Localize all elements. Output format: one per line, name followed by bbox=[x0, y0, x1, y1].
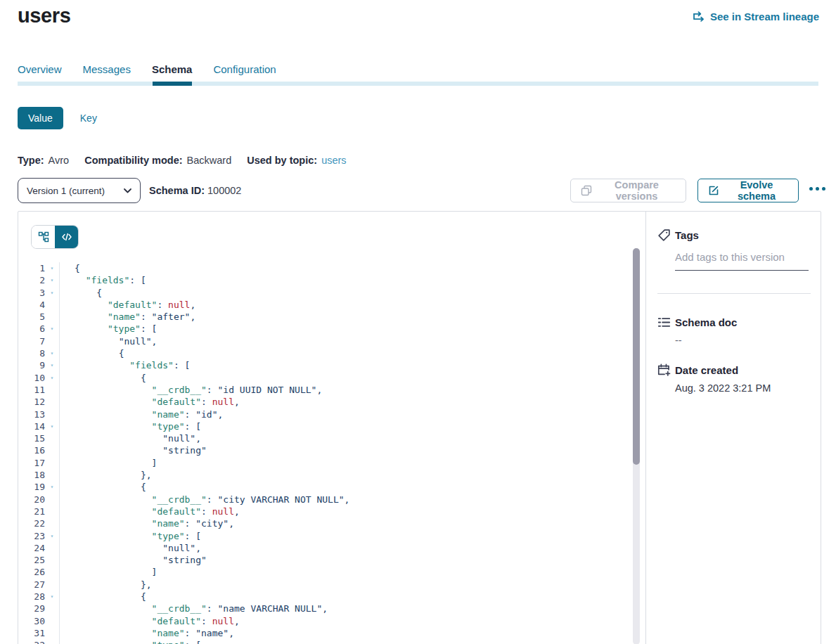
fold-gutter bbox=[45, 457, 60, 469]
line-number: 10 bbox=[18, 372, 45, 384]
calendar-plus-icon bbox=[657, 363, 671, 377]
fold-toggle-icon[interactable]: ▾ bbox=[45, 530, 60, 542]
tree-view-button[interactable] bbox=[32, 226, 55, 248]
code-line: 23▾ "type": [ bbox=[18, 530, 629, 542]
fold-toggle-icon[interactable]: ▾ bbox=[45, 359, 60, 371]
code-line: 16 "string" bbox=[18, 444, 629, 456]
line-number: 28 bbox=[18, 591, 45, 603]
tab-overview[interactable]: Overview bbox=[18, 63, 62, 82]
schema-doc-heading: Schema doc bbox=[675, 316, 737, 328]
tab-messages[interactable]: Messages bbox=[83, 63, 131, 82]
compare-versions-button[interactable]: Compare versions bbox=[570, 179, 686, 202]
tab-underline-track bbox=[18, 82, 818, 86]
fold-toggle-icon[interactable]: ▾ bbox=[45, 372, 60, 384]
schema-sidebar: Tags Schema doc -- Date created bbox=[645, 212, 821, 644]
fold-gutter bbox=[45, 566, 60, 578]
fold-toggle-icon[interactable]: ▾ bbox=[45, 287, 60, 299]
tab-schema[interactable]: Schema bbox=[152, 63, 193, 82]
code-line: 28▾ { bbox=[18, 591, 629, 603]
fold-toggle-icon[interactable]: ▾ bbox=[45, 274, 60, 286]
line-number: 23 bbox=[18, 530, 45, 542]
more-options-button[interactable] bbox=[806, 184, 828, 193]
code-view-icon bbox=[61, 231, 72, 243]
fold-toggle-icon[interactable]: ▾ bbox=[45, 347, 60, 359]
code-line-text: "name": "id", bbox=[60, 408, 223, 420]
type-value: Avro bbox=[49, 155, 70, 166]
evolve-schema-button[interactable]: Evolve schema bbox=[697, 179, 799, 202]
line-number: 19 bbox=[18, 481, 45, 493]
line-number: 18 bbox=[18, 469, 45, 481]
code-line-text: { bbox=[60, 372, 146, 384]
code-line-text: "type": [ bbox=[60, 420, 201, 432]
code-line: 7 "null", bbox=[18, 335, 629, 347]
line-number: 3 bbox=[18, 287, 45, 299]
line-number: 25 bbox=[18, 554, 45, 566]
code-scrollbar-track bbox=[633, 248, 640, 644]
code-line-text: "fields": [ bbox=[60, 359, 190, 371]
view-mode-toggle bbox=[31, 225, 79, 249]
fold-gutter bbox=[45, 603, 60, 614]
code-line: 11 "__crdb__": "id UUID NOT NULL", bbox=[18, 384, 629, 396]
schema-code-column: 1▾{2▾ "fields": [3▾ {4 "default": null,5… bbox=[18, 212, 645, 644]
version-select[interactable]: Version 1 (current) bbox=[18, 178, 141, 203]
code-line: 26 ] bbox=[18, 566, 629, 578]
fold-gutter bbox=[45, 432, 60, 444]
fold-toggle-icon[interactable]: ▾ bbox=[45, 420, 60, 432]
code-view-button[interactable] bbox=[55, 226, 78, 248]
code-line: 14▾ "type": [ bbox=[18, 420, 629, 432]
schema-page: users See in Stream lineage Overview Mes… bbox=[0, 0, 836, 644]
code-line-text: { bbox=[60, 262, 80, 274]
code-line-text: "default": null, bbox=[60, 299, 195, 311]
code-line-text: ] bbox=[60, 457, 157, 469]
fold-toggle-icon[interactable]: ▾ bbox=[45, 481, 60, 493]
fold-gutter bbox=[45, 396, 60, 408]
code-line: 5 "name": "after", bbox=[18, 311, 629, 323]
fold-toggle-icon[interactable]: ▾ bbox=[45, 639, 60, 644]
line-number: 8 bbox=[18, 347, 45, 359]
code-line-text: "fields": [ bbox=[60, 274, 146, 286]
see-in-stream-lineage-link[interactable]: See in Stream lineage bbox=[693, 11, 819, 22]
code-line-text: "default": null, bbox=[60, 396, 240, 408]
add-tags-input[interactable] bbox=[675, 251, 809, 271]
code-line-text: ] bbox=[60, 566, 157, 578]
code-scrollbar-thumb[interactable] bbox=[633, 248, 640, 465]
code-line: 13 "name": "id", bbox=[18, 408, 629, 420]
fold-toggle-icon[interactable]: ▾ bbox=[45, 323, 60, 335]
fold-gutter bbox=[45, 444, 60, 456]
code-line-text: }, bbox=[60, 579, 152, 591]
code-line: 32▾ "type": [ bbox=[18, 639, 629, 644]
fold-toggle-icon[interactable]: ▾ bbox=[45, 591, 60, 603]
code-line: 6▾ "type": [ bbox=[18, 323, 629, 335]
code-line: 17 ] bbox=[18, 457, 629, 469]
code-line-text: }, bbox=[60, 469, 152, 481]
key-tab-button[interactable]: Key bbox=[80, 112, 97, 124]
line-number: 24 bbox=[18, 542, 45, 554]
line-number: 22 bbox=[18, 517, 45, 529]
tab-underline-active bbox=[153, 82, 192, 86]
code-line: 15 "null", bbox=[18, 432, 629, 444]
date-created-value: Aug. 3 2022 3:21 PM bbox=[675, 382, 771, 394]
code-line-text: "name": "city", bbox=[60, 517, 234, 529]
value-tab-button[interactable]: Value bbox=[18, 107, 63, 129]
line-number: 5 bbox=[18, 311, 45, 323]
code-line: 30 "default": null, bbox=[18, 615, 629, 627]
line-number: 20 bbox=[18, 494, 45, 505]
code-line-text: "__crdb__": "name VARCHAR NULL", bbox=[60, 603, 328, 614]
dot bbox=[822, 187, 825, 191]
code-line-text: { bbox=[60, 347, 124, 359]
code-line: 22 "name": "city", bbox=[18, 517, 629, 529]
fold-gutter bbox=[45, 311, 60, 323]
fold-gutter bbox=[45, 505, 60, 517]
code-line-text: "__crdb__": "city VARCHAR NOT NULL", bbox=[60, 494, 349, 505]
used-by-topic-link[interactable]: users bbox=[321, 155, 346, 166]
fold-gutter bbox=[45, 494, 60, 505]
fold-toggle-icon[interactable]: ▾ bbox=[45, 262, 60, 274]
schema-doc-value: -- bbox=[675, 335, 682, 346]
code-line: 29 "__crdb__": "name VARCHAR NULL", bbox=[18, 603, 629, 614]
code-line: 1▾{ bbox=[18, 262, 629, 274]
line-number: 2 bbox=[18, 274, 45, 286]
fold-gutter bbox=[45, 627, 60, 639]
tab-configuration[interactable]: Configuration bbox=[213, 63, 276, 82]
line-number: 14 bbox=[18, 420, 45, 432]
dot bbox=[809, 187, 813, 191]
